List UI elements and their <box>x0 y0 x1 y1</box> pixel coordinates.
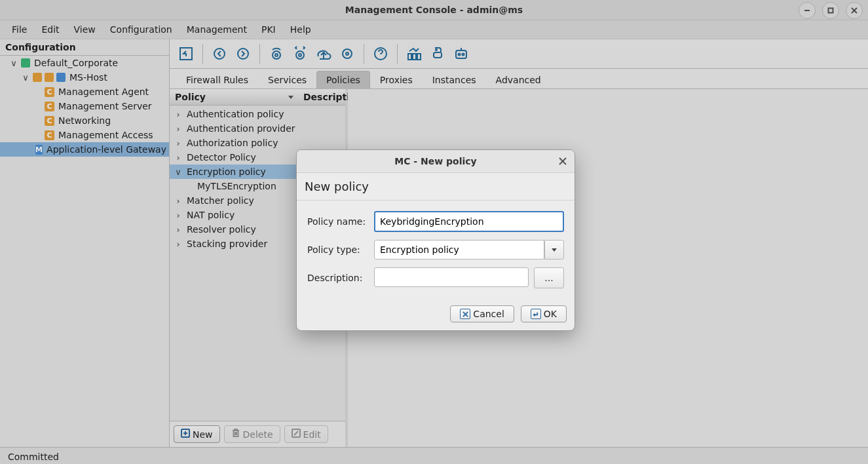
cancel-icon <box>460 309 470 319</box>
dialog-heading: New policy <box>297 173 575 201</box>
policy-name-input[interactable] <box>374 211 564 232</box>
dialog-title: MC - New policy <box>394 156 476 166</box>
enter-icon <box>531 309 541 319</box>
description-browse-button[interactable]: ... <box>534 267 564 288</box>
policy-type-input[interactable] <box>374 240 544 260</box>
policy-type-label: Policy type: <box>307 244 368 255</box>
svg-marker-35 <box>552 248 557 252</box>
dialog-actions: Cancel OK <box>297 301 575 330</box>
dialog-body: Policy name: Policy type: Description: .… <box>297 201 575 301</box>
policy-type-combo[interactable] <box>374 240 564 260</box>
ok-button[interactable]: OK <box>521 305 567 322</box>
description-label: Description: <box>307 273 368 283</box>
description-input[interactable] <box>374 267 529 287</box>
policy-name-label: Policy name: <box>307 216 368 227</box>
new-policy-dialog: MC - New policy New policy Policy name: … <box>296 149 575 331</box>
dialog-close-button[interactable] <box>557 156 568 166</box>
chevron-down-icon[interactable] <box>544 240 564 260</box>
dialog-titlebar: MC - New policy <box>297 150 575 173</box>
cancel-button[interactable]: Cancel <box>450 305 514 322</box>
